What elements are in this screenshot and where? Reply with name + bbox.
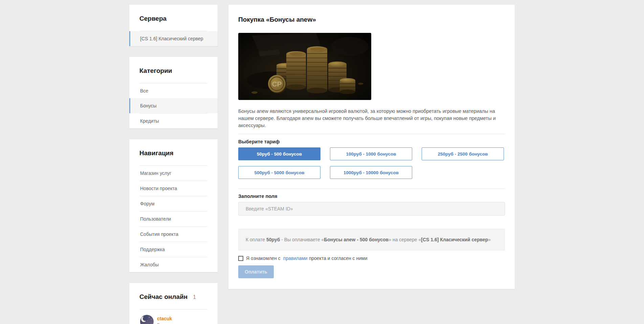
divider: [238, 134, 505, 134]
tariff-button-250[interactable]: 250руб - 2500 бонусов: [422, 147, 504, 160]
sidebar-item-users[interactable]: Пользователи: [129, 211, 218, 226]
rules-checkbox[interactable]: [238, 256, 243, 261]
sidebar-item-category-all[interactable]: Все: [129, 83, 218, 98]
online-user-role: Гл. администратор: [157, 322, 197, 324]
steam-id-input[interactable]: [238, 202, 505, 216]
avatar[interactable]: [140, 315, 154, 324]
agreement-text-after: проекта и согласен с ними: [309, 256, 368, 261]
online-count-badge: 1: [193, 294, 196, 300]
sidebar-item-category-bonuses[interactable]: Бонусы: [129, 98, 218, 113]
sidebar-item-forum[interactable]: Форум: [129, 196, 218, 211]
summary-server: [CS 1.6] Класический сервер: [421, 237, 488, 242]
summary-product: Бонусы anew - 500 бонусов: [324, 237, 388, 242]
tariff-options: 50руб - 500 бонусов 100руб - 1000 бонусо…: [238, 147, 505, 179]
sidebar-item-shop[interactable]: Магазин услуг: [129, 166, 218, 181]
tariff-button-500[interactable]: 500руб - 5000 бонусов: [238, 166, 320, 179]
online-card-title: Сейчас онлайн1: [129, 283, 218, 309]
tariff-section-label: Выберите тариф: [238, 139, 505, 144]
sidebar-item-support[interactable]: Поддержка: [129, 242, 218, 257]
product-description: Бонусы anew являются универсальной игров…: [238, 108, 505, 129]
online-title-label: Сейчас онлайн: [139, 293, 187, 300]
summary-after-product: » на сервере «: [388, 237, 421, 242]
tariff-button-100[interactable]: 100руб - 1000 бонусов: [330, 147, 412, 160]
categories-card: Категории Все Бонусы Кредиты: [129, 57, 218, 128]
online-user-info: ctacuk Гл. администратор: [157, 316, 197, 324]
purchase-panel: Покупка «Бонусы anew»: [228, 5, 515, 289]
servers-list: [CS 1.6] Класический сервер: [129, 31, 218, 46]
summary-amount: 50руб: [266, 237, 280, 242]
categories-card-title: Категории: [129, 57, 218, 83]
sidebar: Сервера [CS 1.6] Класический сервер Кате…: [129, 5, 218, 324]
payment-summary: К оплате 50руб - Вы оплачиваете «Бонусы …: [238, 229, 505, 250]
pay-button[interactable]: Оплатить: [238, 265, 274, 278]
servers-card: Сервера [CS 1.6] Класический сервер: [129, 5, 218, 46]
summary-middle: - Вы оплачиваете «: [280, 237, 324, 242]
sidebar-item-complaints[interactable]: Жалобы: [129, 257, 218, 272]
summary-suffix: »: [488, 237, 491, 242]
sidebar-item-events[interactable]: События проекта: [129, 227, 218, 242]
page-title: Покупка «Бонусы anew»: [238, 16, 505, 23]
fields-section-label: Заполните поля: [238, 194, 505, 199]
categories-list: Все Бонусы Кредиты: [129, 83, 218, 128]
online-card: Сейчас онлайн1: [129, 283, 218, 324]
online-user-row: ctacuk Гл. администратор: [129, 309, 218, 324]
sidebar-item-server-cs16[interactable]: [CS 1.6] Класический сервер: [129, 31, 218, 46]
sidebar-item-category-credits[interactable]: Кредиты: [129, 114, 218, 128]
agreement-text-before: Я ознакомлен с: [246, 256, 281, 261]
tariff-button-1000[interactable]: 1000руб - 10000 бонусов: [330, 166, 412, 179]
sidebar-item-news[interactable]: Новости проекта: [129, 181, 218, 196]
summary-prefix: К оплате: [246, 237, 266, 242]
agreement-row: Я ознакомлен с правилами проекта и согла…: [238, 256, 505, 261]
rules-link[interactable]: правилами: [283, 256, 308, 261]
tariff-button-50[interactable]: 50руб - 500 бонусов: [238, 147, 320, 160]
navigation-list: Магазин услуг Новости проекта Форум Поль…: [129, 166, 218, 272]
online-username[interactable]: ctacuk: [157, 316, 197, 321]
product-image: CP: [238, 33, 371, 100]
navigation-card: Навигация Магазин услуг Новости проекта …: [129, 139, 218, 272]
divider: [238, 188, 505, 189]
servers-card-title: Сервера: [129, 5, 218, 31]
navigation-card-title: Навигация: [129, 139, 218, 165]
